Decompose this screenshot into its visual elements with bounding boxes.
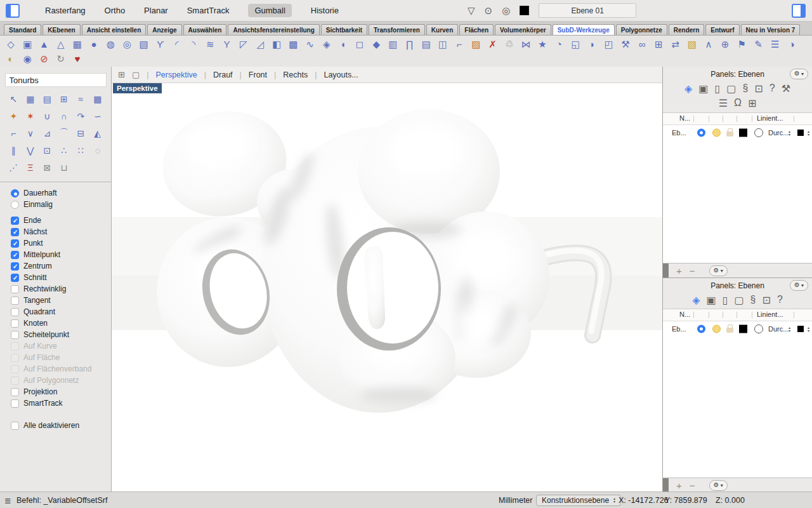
lock-closed-tool-icon[interactable]: ⊠	[39, 161, 56, 174]
band-tool-icon[interactable]: ∨	[22, 126, 39, 140]
subd-patch-b-icon[interactable]: ◿	[252, 37, 268, 51]
subd-revolve-icon[interactable]: ϒ	[152, 37, 169, 51]
menu-item-SmartTrack[interactable]: SmartTrack	[187, 4, 230, 17]
subd-insert-edge-icon[interactable]: ◫	[435, 37, 451, 51]
subd-corner-frame-icon[interactable]: ◰	[601, 37, 617, 51]
subd-solid-box-icon[interactable]: ▧	[684, 37, 700, 51]
lock-open-tool-icon[interactable]: ⊔	[56, 161, 73, 174]
layer-material-icon[interactable]	[754, 128, 763, 137]
osnap-option-Tangent[interactable]: Tangent	[11, 295, 111, 306]
vband-tool-icon[interactable]: ⋁	[22, 144, 39, 157]
toolbar-tab-Ansichtsfenstereinstellung[interactable]: Ansichtsfenstereinstellung	[228, 24, 319, 35]
subd-model[interactable]	[153, 100, 603, 413]
layer-name[interactable]: Eb...	[672, 325, 686, 333]
osnap-option-Punkt[interactable]: Punkt	[11, 237, 111, 249]
bent-planes-tool-icon[interactable]: ⊿	[39, 126, 56, 140]
toolbar-tab-Neu in Version 7[interactable]: Neu in Version 7	[741, 24, 801, 35]
subd-cube-pair-icon[interactable]: ⊞	[650, 37, 667, 51]
viewport-tab-Drauf[interactable]: Drauf	[213, 70, 233, 79]
subd-sphere-net-icon[interactable]: ⊕	[717, 37, 733, 51]
box-points-tool-icon[interactable]: ⊡	[39, 144, 56, 157]
subd-color-grid-icon[interactable]: ▨	[468, 37, 484, 51]
osnap-option-Ende[interactable]: Ende	[11, 215, 111, 226]
disc-icon[interactable]	[485, 6, 493, 15]
subd-sphere-yellow-icon[interactable]: ◐	[3, 51, 19, 66]
subd-star-icon[interactable]: ★	[534, 37, 551, 51]
filter-off-icon[interactable]: ⊘	[36, 51, 52, 66]
surface-pack-tool-icon[interactable]: ▦	[22, 92, 39, 105]
osnap-option-Zentrum[interactable]: Zentrum	[11, 260, 111, 272]
curve-hook-tool-icon[interactable]: ∽	[89, 109, 107, 123]
layer-linetype[interactable]: Durc...	[768, 325, 789, 333]
help-panel-icon[interactable]: ?	[777, 294, 783, 306]
subd-sphere-icon[interactable]: ●	[86, 37, 102, 51]
dim-table-tool-icon[interactable]: ⊟	[72, 126, 89, 140]
viewport-tab-Rechts[interactable]: Rechts	[283, 70, 308, 79]
subd-stack-list-icon[interactable]: ☰	[767, 37, 783, 51]
toolbar-tab-Kurven[interactable]: Kurven	[426, 24, 458, 35]
subd-patch-a-icon[interactable]: ◸	[235, 37, 252, 51]
menu-item-Rasterfang[interactable]: Rasterfang	[45, 4, 86, 17]
osnap-option-Rechtwinklig[interactable]: Rechtwinklig	[11, 283, 111, 295]
subd-flag-icon[interactable]: ⚑	[733, 37, 750, 51]
waves-tool-icon[interactable]: ≈	[72, 92, 89, 105]
subd-swap-icon[interactable]: ⇄	[667, 37, 684, 51]
subd-bend-icon[interactable]: ◧	[268, 37, 285, 51]
osnap-option-Projektion[interactable]: Projektion	[11, 386, 111, 398]
current-layer-radio[interactable]	[697, 129, 705, 137]
viewport-tab-Front[interactable]: Front	[249, 70, 267, 79]
left-sidebar-toggle-icon[interactable]	[6, 4, 20, 18]
toolbar-tab-Anzeige[interactable]: Anzeige	[147, 24, 181, 35]
subd-sphere-select-icon[interactable]: ◉	[19, 51, 36, 66]
toolbar-tab-Auswählen[interactable]: Auswählen	[183, 24, 227, 35]
box-panel-icon[interactable]: ▢	[726, 83, 736, 95]
current-layer-radio[interactable]	[697, 325, 705, 333]
subd-shell-icon[interactable]: ◗	[584, 37, 601, 51]
objects-panel-icon[interactable]: ▣	[707, 294, 716, 306]
osnap-option-Mittelpunkt[interactable]: Mittelpunkt	[11, 249, 111, 260]
cplane-dropdown[interactable]: Konstruktionsebene	[536, 495, 621, 506]
print-color-diamond[interactable]	[797, 130, 804, 136]
units-label[interactable]: Millimeter	[499, 496, 532, 505]
explode-tool-icon[interactable]: ✶	[22, 109, 39, 123]
subd-half-sphere-icon[interactable]: ◑	[783, 37, 800, 51]
layer-visibility-bulb-icon[interactable]	[712, 129, 721, 137]
display-panel-icon[interactable]: ⊡	[754, 83, 763, 95]
viewport-tab-Layouts...[interactable]: Layouts...	[324, 70, 358, 79]
layer-lock-icon[interactable]	[726, 328, 733, 333]
sheet-grid-panel-icon[interactable]: ⊞	[748, 97, 756, 109]
osnap-option-Scheitelpunkt[interactable]: Scheitelpunkt	[11, 329, 111, 340]
toolbar-tab-Standard[interactable]: Standard	[4, 24, 41, 35]
subd-edit-points-icon[interactable]: ◇	[3, 37, 19, 51]
viewport-canvas[interactable]	[112, 83, 662, 492]
toolbar-tab-Entwurf[interactable]: Entwurf	[705, 24, 739, 35]
layer-color-swatch[interactable]	[739, 325, 747, 333]
subd-pinch-icon[interactable]: ⋈	[518, 37, 534, 51]
toolbar-tab-Transformieren[interactable]: Transformieren	[369, 24, 425, 35]
current-layer-field[interactable]	[539, 3, 636, 18]
linetype-stepper[interactable]	[789, 326, 790, 332]
panel-drag-handle[interactable]	[663, 478, 669, 492]
subd-small-cube-icon[interactable]: ◻	[351, 37, 368, 51]
osnap-disable-all[interactable]: Alle deaktivieren	[11, 420, 111, 431]
tool-filter-input[interactable]	[5, 73, 107, 87]
viewport[interactable]: |Perspektive|Drauf|Front|Rechts|Layouts.…	[112, 67, 663, 492]
subd-blob-icon[interactable]: ◔	[551, 37, 567, 51]
osnap-radio-Dauerhaft[interactable]: Dauerhaft	[11, 187, 111, 199]
osnap-option-Auf Fläche[interactable]: Auf Fläche	[11, 352, 111, 363]
tools-panel-icon[interactable]: ⚒	[782, 83, 790, 95]
toolbar-tab-SubD-Werkzeuge[interactable]: SubD-Werkzeuge	[553, 24, 615, 35]
objects-panel-icon[interactable]: ▣	[698, 83, 708, 95]
layer-row[interactable]: Eb... Durc...	[663, 125, 812, 140]
toolbar-tab-Flächen[interactable]: Flächen	[459, 24, 494, 35]
osnap-option-Auf Flächenverband[interactable]: Auf Flächenverband	[11, 363, 111, 375]
lift-face-tool-icon[interactable]: ▤	[39, 92, 56, 105]
layer-color-swatch[interactable]	[739, 129, 747, 137]
toolbar-tab-KEbenen[interactable]: KEbenen	[43, 24, 80, 35]
layer-lock-icon[interactable]	[726, 131, 733, 137]
box-panel-icon[interactable]: ▢	[734, 294, 743, 306]
subd-fold-icon[interactable]: ∧	[700, 37, 717, 51]
triangle-panel-tool-icon[interactable]: ◭	[89, 126, 107, 140]
subd-cone-icon[interactable]: ▲	[36, 37, 52, 51]
subd-capsule-icon[interactable]: ◖	[335, 37, 351, 51]
